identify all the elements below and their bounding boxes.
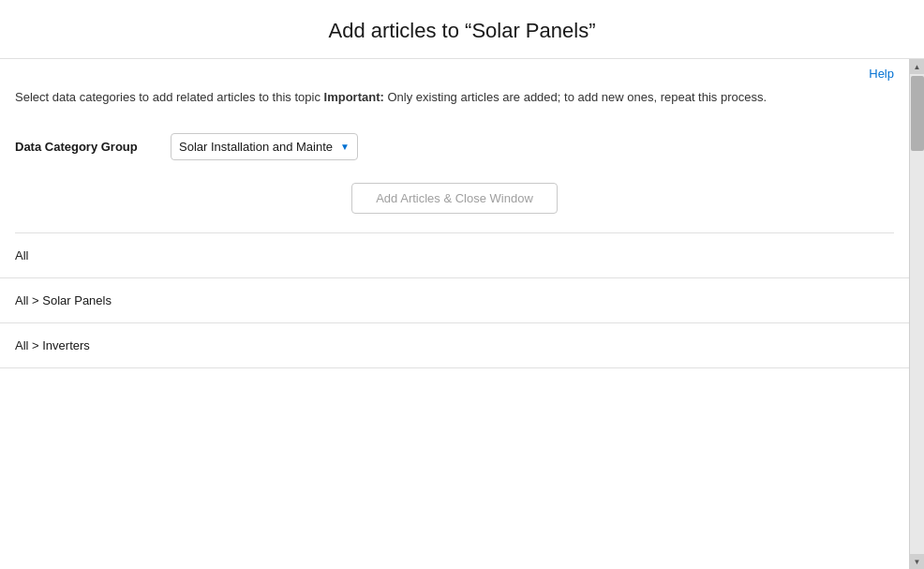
button-row: Add Articles & Close Window <box>0 175 909 232</box>
modal-container: Add articles to “Solar Panels” Help Sele… <box>0 0 924 569</box>
data-category-group-label: Data Category Group <box>15 140 156 154</box>
scroll-up-icon: ▲ <box>914 63 921 71</box>
scroll-up-arrow[interactable]: ▲ <box>910 59 925 74</box>
modal-title-bar: Add articles to “Solar Panels” <box>0 0 924 59</box>
modal-title: Add articles to “Solar Panels” <box>22 19 902 43</box>
help-link[interactable]: Help <box>869 67 894 81</box>
description-normal: Select data categories to add related ar… <box>15 90 324 104</box>
scroll-down-arrow[interactable]: ▼ <box>910 554 925 569</box>
main-area: Help Select data categories to add relat… <box>0 59 909 569</box>
scroll-down-icon: ▼ <box>914 558 921 566</box>
description-rest: Only existing articles are added; to add… <box>384 90 767 104</box>
modal-body: Help Select data categories to add relat… <box>0 59 924 569</box>
category-list: All All > Solar Panels All > Inverters <box>0 233 909 368</box>
scrollbar-track: ▲ ▼ <box>909 59 924 569</box>
modal-content: Add articles to “Solar Panels” Help Sele… <box>0 0 924 569</box>
add-articles-button[interactable]: Add Articles & Close Window <box>351 183 558 214</box>
list-item[interactable]: All > Inverters <box>0 323 909 368</box>
dropdown-arrow-icon: ▼ <box>340 142 350 152</box>
description-important: Important: <box>324 90 384 104</box>
form-row: Data Category Group Solar Installation a… <box>0 122 909 175</box>
help-row: Help <box>0 59 909 84</box>
dropdown-selected-value: Solar Installation and Mainte <box>179 140 333 154</box>
list-item[interactable]: All <box>0 233 909 278</box>
scroll-thumb[interactable] <box>911 76 924 151</box>
list-item-text: All > Inverters <box>15 338 90 352</box>
list-item-text: All > Solar Panels <box>15 293 112 307</box>
list-item-text: All <box>15 248 28 262</box>
data-category-group-dropdown[interactable]: Solar Installation and Mainte ▼ <box>171 133 358 160</box>
description-block: Select data categories to add related ar… <box>0 84 909 122</box>
list-item[interactable]: All > Solar Panels <box>0 278 909 323</box>
